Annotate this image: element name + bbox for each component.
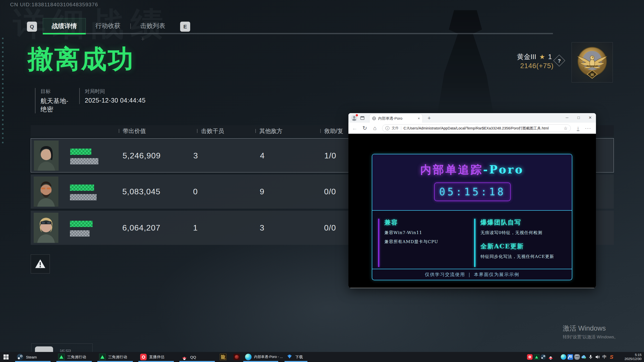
home-icon[interactable]: ⌂ [371,123,379,134]
key-hint-q: Q [27,22,37,32]
screen: 详细战绩 + + CN UID:183811840310648359376 Q … [0,0,644,362]
feature-line: 无痕读写0特征，无视任何检测 [480,230,564,236]
tray-microphone-icon[interactable] [588,354,593,360]
browser-menu-icon[interactable]: ··· [584,123,592,134]
page-title-accent: -Poro [483,163,524,176]
header-rescue-revive: 救助/复 [324,125,343,137]
tray-qq-icon[interactable] [547,354,553,360]
minimize-button[interactable]: ─ [561,113,573,122]
cell-other-enemies: 4 [246,139,279,173]
profile-avatar-icon[interactable] [351,115,357,121]
tray-delta-force-icon[interactable] [534,354,539,360]
steam-icon [17,354,23,360]
taskbar-live-companion[interactable]: 直播伴侣 [137,352,177,362]
taskbar-dragon-app[interactable]: 龍 [217,352,226,362]
svg-text:III: III [591,73,594,77]
tray-steam-icon[interactable] [541,354,546,360]
feature-line: 特征同步化写法，无视任何ACE更新 [480,254,564,259]
feature-heading: 爆爆团队自写 [480,218,564,227]
neon-panel: 内部单追踪-Poro 05:15:18 兼容 兼容Win7-Win11 兼容所有… [372,154,572,280]
match-time-label: 对局时间 [85,88,146,95]
activate-windows-watermark: 激活 Windows 转到“设置”以激活 Windows。 [563,324,618,340]
tray-sogou-icon[interactable]: S [609,354,614,360]
tray-cloud-icon[interactable] [581,354,587,360]
avatar [34,176,58,207]
taskbar-edge-window[interactable]: 内部单透-Poro - ... [242,352,282,362]
cell-rescue-revive: 0/0 [312,174,348,209]
crosshair-decor: + [141,35,145,43]
censored-subname [70,158,98,164]
rank-help-icon[interactable]: ? [553,55,565,67]
page-title-main: 内部单追踪 [420,163,483,176]
live-companion-icon [140,354,147,360]
cell-carry-value: 5,083,045 [116,174,167,209]
tab-action-gains[interactable]: 行动收获 [87,18,129,33]
cell-carry-value: 5,246,909 [116,139,167,173]
censored-name [70,185,94,191]
censored-subname [70,230,90,237]
tray-edge-icon[interactable] [561,354,566,360]
delta-force-icon [58,354,65,360]
page-title: 内部单追踪-Poro [372,162,572,177]
refresh-icon[interactable]: ↻ [360,123,369,134]
favorite-star-icon[interactable]: ☆ [564,126,568,131]
objective-label: 目标 [41,88,75,95]
tray-blue-app-icon[interactable] [568,354,573,360]
cell-rescue-revive: 0/0 [312,211,348,245]
tray-live-companion-icon[interactable] [527,354,533,360]
censored-subname [70,194,97,200]
neon-header: 内部单追踪-Poro 05:15:18 [372,154,572,211]
disclaimer-footer: 仅供学习交流使用 ｜ 本界面仅为展示示例 [372,269,572,280]
back-icon[interactable]: ← [350,123,359,134]
header-operators-defeated: 击败干员 [201,125,224,137]
warning-box [31,254,50,274]
rank-score: 2146(+75) [520,62,554,70]
cell-other-enemies: 9 [246,174,278,209]
taskbar-downloads-window[interactable]: 下载 [283,352,311,362]
start-button[interactable] [4,354,9,359]
feature-heading: 全新ACE更新 [480,242,564,250]
taskbar-red-app[interactable] [230,352,240,362]
tab-close-icon[interactable]: × [418,116,420,120]
profile-alert-dot [356,114,358,116]
page-info-icon[interactable]: i [385,126,389,130]
header-other-enemies: 其他敌方 [259,125,283,137]
downloads-icon[interactable]: ↓ [574,123,582,134]
taskbar-delta-force-1[interactable]: 三角洲行动 [55,352,95,362]
browser-tab-active[interactable]: 内部单透-Poro × [370,114,422,123]
clock-date: 2025/12/30 [624,357,641,361]
tray-volume-icon[interactable] [595,354,600,360]
compat-section: 兼容 兼容Win7-Win11 兼容所有AMD显卡与CPU [384,218,467,245]
rank-tier: 黄金III [517,52,536,61]
player-uid: CN UID:183811840310648359376 [10,2,98,8]
key-hint-e: E [180,22,190,32]
window-controls: ─ □ ✕ [561,113,596,122]
close-button[interactable]: ✕ [584,113,596,122]
taskbar-delta-force-2[interactable]: 三角洲行动 [96,352,136,362]
tab-battle-details[interactable]: 战绩详情 [43,18,86,33]
system-tray: 中 S [527,352,614,362]
maximize-button[interactable]: □ [573,113,584,122]
tab-kill-list[interactable]: 击败列表 [132,18,174,33]
tab-label: 行动收获 [95,22,120,29]
tray-gray-app-icon[interactable] [574,354,580,360]
features-section: 爆爆团队自写 无痕读写0特征，无视任何检测 全新ACE更新 特征同步化写法，无视… [480,218,564,259]
tab-label: 战绩详情 [52,22,77,29]
taskbar-qq[interactable]: QQ [178,352,218,362]
address-bar[interactable]: i 文件 C:/Users/Administrator/AppData/Loca… [382,124,571,132]
timer-display: 05:15:18 [434,183,511,201]
tab-actions-icon[interactable] [360,115,365,121]
tray-ime-indicator[interactable]: 中 [601,354,608,360]
new-tab-button[interactable]: + [425,114,433,122]
result-title: 撤离成功 [28,42,134,77]
header-carry-value: 带出价值 [123,125,146,137]
cell-other-enemies: 3 [246,211,278,245]
dragon-app-icon: 龍 [220,354,226,360]
avatar [34,141,59,171]
taskbar-clock[interactable]: 5:15 2025/12/30 [624,353,641,361]
taskbar-steam[interactable]: Steam [14,352,54,362]
red-app-icon [233,354,240,360]
rank-badge: III [572,42,613,82]
cyan-accent-bar [474,219,475,267]
cell-rescue-revive: 1/0 [313,139,348,173]
